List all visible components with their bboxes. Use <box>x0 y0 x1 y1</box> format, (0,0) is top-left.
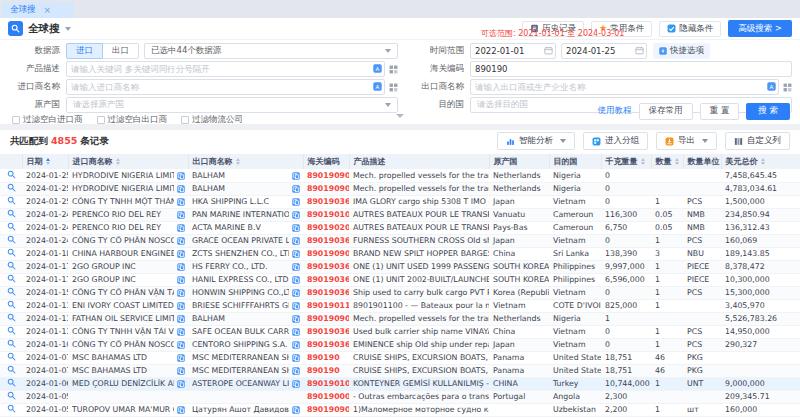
column-header-9[interactable]: 数量 <box>651 154 683 169</box>
copy-icon[interactable] <box>292 315 300 323</box>
filter-blank-importer-checkbox[interactable]: 过滤空白进口商 <box>12 114 83 126</box>
data-source-select[interactable]: 已选中44个数据源 <box>144 43 398 59</box>
row-detail-search-icon[interactable] <box>0 351 22 364</box>
tutorial-link[interactable]: 使用教程 <box>598 105 632 117</box>
filter-blank-exporter-checkbox[interactable]: 过滤空白出口商 <box>97 114 168 126</box>
copy-icon[interactable] <box>177 185 185 193</box>
column-header-11[interactable]: 美元总价 <box>721 154 800 169</box>
collapse-panel-icon[interactable] <box>396 114 404 118</box>
custom-columns-button[interactable]: 自定义列 <box>725 132 790 150</box>
row-detail-search-icon[interactable] <box>0 312 22 325</box>
row-detail-search-icon[interactable] <box>0 221 22 234</box>
copy-icon[interactable] <box>292 185 300 193</box>
row-detail-search-icon[interactable] <box>0 286 22 299</box>
copy-icon[interactable] <box>292 172 300 180</box>
smart-analysis-button[interactable]: 智能分析 <box>497 132 575 150</box>
hide-conditions-button[interactable]: 隐藏条件 <box>659 21 721 37</box>
hs-code-input[interactable] <box>470 61 792 77</box>
copy-icon[interactable] <box>292 198 300 206</box>
copy-icon[interactable] <box>177 250 185 258</box>
copy-icon[interactable] <box>292 250 300 258</box>
filter-logistics-checkbox[interactable]: 过滤物流公司 <box>181 114 243 126</box>
translate-icon[interactable]: A <box>767 82 776 93</box>
row-detail-search-icon[interactable] <box>0 234 22 247</box>
exporter-input[interactable] <box>470 79 779 95</box>
row-detail-search-icon[interactable] <box>0 299 22 312</box>
copy-icon[interactable] <box>177 341 185 349</box>
row-detail-search-icon[interactable] <box>0 364 22 377</box>
copy-icon[interactable] <box>177 263 185 271</box>
copy-icon[interactable] <box>177 289 185 297</box>
export-button[interactable]: 导出 <box>656 132 717 150</box>
column-header-8[interactable]: 千克重量 <box>601 154 651 169</box>
copy-icon[interactable] <box>177 380 185 388</box>
copy-icon[interactable] <box>177 198 185 206</box>
row-detail-search-icon[interactable] <box>0 208 22 221</box>
column-header-3[interactable]: 出口商名称 <box>188 154 303 169</box>
sort-icon[interactable] <box>761 158 765 165</box>
importer-input[interactable] <box>66 79 385 95</box>
sort-icon[interactable] <box>236 158 240 165</box>
product-desc-input[interactable] <box>66 61 385 77</box>
batch-input-icon[interactable] <box>389 65 398 74</box>
copy-icon[interactable] <box>292 406 300 414</box>
row-detail-search-icon[interactable] <box>0 182 22 195</box>
copy-icon[interactable] <box>292 328 300 336</box>
export-toggle[interactable]: 出口 <box>103 43 139 59</box>
reset-button[interactable]: 重 置 <box>700 103 740 120</box>
advanced-search-button[interactable]: 高级搜索 > <box>728 20 792 37</box>
copy-icon[interactable] <box>292 263 300 271</box>
chevron-down-icon[interactable] <box>65 27 71 31</box>
tab-global-search[interactable]: 全球搜 × <box>2 2 74 18</box>
quick-options-button[interactable]: 快捷选项 <box>653 43 710 59</box>
copy-icon[interactable] <box>177 172 185 180</box>
copy-icon[interactable] <box>292 380 300 388</box>
row-detail-search-icon[interactable] <box>0 338 22 351</box>
cell-importer: CHINA HARBOUR ENGINEERING CO LTD <box>68 247 188 260</box>
column-header-1[interactable]: 日期 <box>22 154 68 169</box>
copy-icon[interactable] <box>292 211 300 219</box>
batch-input-icon[interactable] <box>389 83 398 92</box>
origin-country-select[interactable]: 请选择原产国 <box>66 97 398 113</box>
enter-group-button[interactable]: 进入分组 <box>583 132 648 150</box>
row-detail-search-icon[interactable] <box>0 273 22 286</box>
translate-icon[interactable]: A <box>373 64 382 75</box>
copy-icon[interactable] <box>292 224 300 232</box>
row-detail-search-icon[interactable] <box>0 195 22 208</box>
sort-icon[interactable] <box>116 158 120 165</box>
copy-icon[interactable] <box>292 354 300 362</box>
search-button[interactable]: 搜 索 <box>746 103 790 120</box>
copy-icon[interactable] <box>177 211 185 219</box>
row-detail-search-icon[interactable] <box>0 247 22 260</box>
copy-icon[interactable] <box>292 237 300 245</box>
row-detail-search-icon[interactable] <box>0 325 22 338</box>
copy-icon[interactable] <box>177 237 185 245</box>
translate-icon[interactable]: A <box>373 82 382 93</box>
row-detail-search-icon[interactable] <box>0 169 22 182</box>
sort-icon[interactable] <box>641 158 645 165</box>
row-detail-search-icon[interactable] <box>0 390 22 403</box>
copy-icon[interactable] <box>177 367 185 375</box>
tab-close-icon[interactable]: × <box>44 5 52 15</box>
row-detail-search-icon[interactable] <box>0 260 22 273</box>
copy-icon[interactable] <box>292 276 300 284</box>
sort-icon[interactable] <box>46 158 50 165</box>
copy-icon[interactable] <box>177 328 185 336</box>
copy-icon[interactable] <box>177 315 185 323</box>
copy-icon[interactable] <box>177 406 185 414</box>
copy-icon[interactable] <box>177 224 185 232</box>
row-detail-search-icon[interactable] <box>0 377 22 390</box>
column-header-2[interactable]: 进口商名称 <box>68 154 188 169</box>
batch-input-icon[interactable] <box>783 83 792 92</box>
save-common-button[interactable]: 保存常用 <box>639 103 693 120</box>
import-toggle[interactable]: 进口 <box>66 43 103 59</box>
copy-icon[interactable] <box>292 289 300 297</box>
sort-icon[interactable] <box>675 158 679 165</box>
copy-icon[interactable] <box>292 302 300 310</box>
row-detail-search-icon[interactable] <box>0 403 22 416</box>
copy-icon[interactable] <box>177 276 185 284</box>
copy-icon[interactable] <box>177 302 185 310</box>
copy-icon[interactable] <box>292 341 300 349</box>
copy-icon[interactable] <box>177 354 185 362</box>
copy-icon[interactable] <box>292 367 300 375</box>
